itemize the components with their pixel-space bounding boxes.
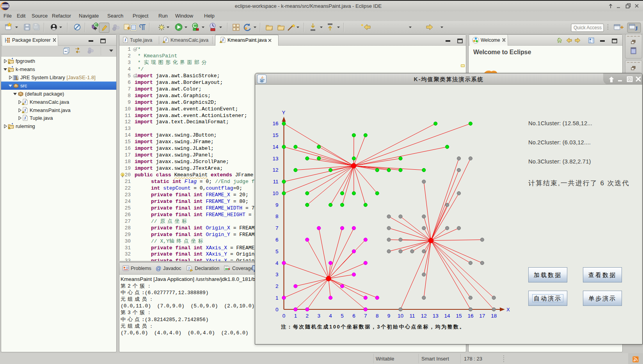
svg-text:0: 0 [275,307,279,313]
svg-text:10: 10 [272,190,278,196]
svg-text:5: 5 [341,313,344,319]
svg-text:11: 11 [273,179,278,185]
svg-text:7: 7 [275,225,279,231]
svg-text:16: 16 [467,313,473,319]
svg-text:16: 16 [272,121,278,126]
svg-text:6: 6 [352,313,355,319]
svg-text:4: 4 [275,260,279,266]
svg-text:13: 13 [433,313,439,319]
svg-text:11: 11 [409,313,415,319]
svg-text:8: 8 [376,313,379,319]
svg-text:7: 7 [364,313,367,319]
svg-text:10: 10 [398,313,403,319]
svg-text:Y: Y [282,110,286,115]
svg-text:X: X [506,307,510,313]
svg-text:0: 0 [282,313,286,319]
svg-text:14: 14 [272,144,279,150]
svg-text:2: 2 [306,313,309,319]
svg-text:9: 9 [387,313,391,319]
svg-text:1: 1 [275,295,279,301]
svg-text:2: 2 [275,283,279,289]
svg-text:6: 6 [275,237,279,243]
svg-text:15: 15 [272,132,278,138]
svg-text:13: 13 [272,156,278,162]
svg-text:15: 15 [456,313,462,319]
svg-text:12: 12 [272,167,278,173]
svg-text:Quick Access: Quick Access [574,25,602,30]
svg-text:J: J [635,25,638,32]
svg-text:17: 17 [479,313,485,319]
svg-text:9: 9 [275,202,279,208]
svg-text:1: 1 [294,313,297,319]
svg-text:14: 14 [444,313,451,319]
svg-text:3: 3 [275,272,279,277]
svg-text:3: 3 [317,313,320,319]
svg-text:5: 5 [275,249,279,254]
svg-text:12: 12 [421,313,427,319]
svg-text:18: 18 [491,313,497,319]
svg-text:4: 4 [329,313,332,319]
svg-text:8: 8 [275,213,279,219]
